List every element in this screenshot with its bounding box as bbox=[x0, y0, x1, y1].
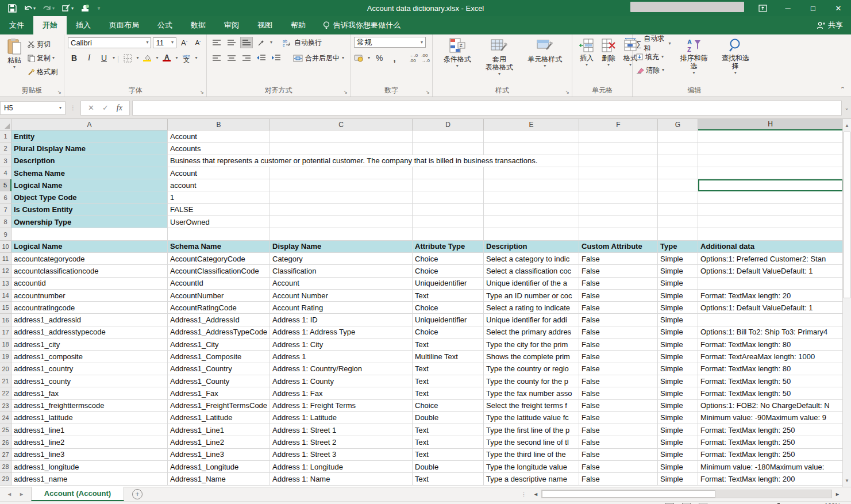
cell-E25[interactable]: Type the first line of the p bbox=[484, 424, 579, 436]
insert-caret[interactable]: ▾ bbox=[586, 63, 588, 67]
cell-D17[interactable]: Choice bbox=[413, 326, 484, 338]
cell-H2[interactable] bbox=[698, 143, 843, 155]
save-icon[interactable] bbox=[6, 3, 19, 14]
cell-G15[interactable]: Simple bbox=[658, 302, 698, 314]
cell-F24[interactable]: False bbox=[579, 412, 658, 424]
tab-data[interactable]: 数据 bbox=[182, 16, 215, 34]
accounting-caret[interactable]: ▾ bbox=[368, 56, 370, 60]
cell-A9[interactable] bbox=[11, 228, 168, 240]
cell-F9[interactable] bbox=[579, 228, 658, 240]
row-header-24[interactable]: 24 bbox=[0, 412, 11, 424]
row-header-15[interactable]: 15 bbox=[0, 302, 11, 314]
cell-A23[interactable]: address1_freighttermscode bbox=[11, 400, 168, 412]
cell-B2[interactable]: Accounts bbox=[168, 143, 270, 155]
paste-caret[interactable]: ▾ bbox=[13, 66, 16, 69]
column-header-F[interactable]: F bbox=[579, 119, 658, 130]
cell-B6[interactable]: 1 bbox=[168, 191, 270, 203]
delete-caret[interactable]: ▾ bbox=[607, 63, 610, 67]
decrease-indent-icon[interactable] bbox=[255, 52, 268, 64]
cell-H24[interactable]: Minimum value: -90Maximum value: 9 bbox=[698, 412, 843, 424]
scroll-up-icon[interactable]: ▲ bbox=[843, 120, 851, 130]
underline-caret[interactable]: ▾ bbox=[113, 56, 115, 60]
cell-E22[interactable]: Type the fax number asso bbox=[484, 387, 579, 399]
align-left-icon[interactable] bbox=[210, 52, 223, 64]
row-header-21[interactable]: 21 bbox=[0, 375, 11, 387]
align-right-icon[interactable] bbox=[240, 52, 253, 64]
wrap-text-label[interactable]: 自动换行 bbox=[294, 38, 322, 48]
sheet-tab-account[interactable]: Account (Account) bbox=[31, 487, 124, 501]
cell-styles-caret[interactable]: ▾ bbox=[544, 64, 546, 68]
cell-D6[interactable] bbox=[413, 191, 484, 203]
cell-B5[interactable]: account bbox=[168, 179, 270, 191]
phonetic-guide-icon[interactable]: wén文 bbox=[180, 52, 192, 64]
cell-G16[interactable]: Simple bbox=[658, 314, 698, 326]
cell-E29[interactable]: Type a descriptive name bbox=[484, 473, 579, 485]
cell-G22[interactable]: Simple bbox=[658, 387, 698, 399]
cell-F12[interactable]: False bbox=[579, 265, 658, 277]
cell-G20[interactable]: Simple bbox=[658, 363, 698, 375]
cell-G27[interactable]: Simple bbox=[658, 449, 698, 461]
cell-E7[interactable] bbox=[484, 204, 579, 216]
cell-C7[interactable] bbox=[270, 204, 413, 216]
cell-D4[interactable] bbox=[413, 167, 484, 179]
cell-E5[interactable] bbox=[484, 179, 579, 191]
vertical-scrollbar[interactable]: ▲ ▼ bbox=[842, 119, 851, 487]
cell-D16[interactable]: Uniqueidentifier bbox=[413, 314, 484, 326]
cell-B1[interactable]: Account bbox=[168, 130, 270, 143]
copy-caret[interactable]: ▾ bbox=[52, 56, 55, 60]
cell-G13[interactable]: Simple bbox=[658, 278, 698, 290]
cell-A24[interactable]: address1_latitude bbox=[11, 412, 168, 424]
cell-D26[interactable]: Text bbox=[413, 436, 484, 448]
cell-F29[interactable]: False bbox=[579, 473, 658, 485]
cell-E15[interactable]: Select a rating to indicate bbox=[484, 302, 579, 314]
cell-F15[interactable]: False bbox=[579, 302, 658, 314]
cell-C21[interactable]: Address 1: County bbox=[270, 375, 413, 387]
cell-B20[interactable]: Address1_Country bbox=[168, 363, 270, 375]
decrease-decimal-icon[interactable]: .00→.0 bbox=[421, 52, 430, 64]
cell-D13[interactable]: Uniqueidentifier bbox=[413, 278, 484, 290]
cell-H1[interactable] bbox=[698, 130, 843, 143]
cell-B10[interactable]: Schema Name bbox=[168, 241, 270, 253]
fill-button[interactable]: 填充 ▾ bbox=[636, 51, 671, 63]
cell-H13[interactable] bbox=[698, 278, 843, 290]
cell-H21[interactable]: Format: TextMax length: 50 bbox=[698, 375, 843, 387]
cell-H26[interactable]: Format: TextMax length: 250 bbox=[698, 436, 843, 448]
cell-H20[interactable]: Format: TextMax length: 80 bbox=[698, 363, 843, 375]
cell-A27[interactable]: address1_line3 bbox=[11, 449, 168, 461]
cell-F8[interactable] bbox=[579, 216, 658, 228]
borders-icon[interactable] bbox=[121, 52, 134, 64]
cell-B15[interactable]: AccountRatingCode bbox=[168, 302, 270, 314]
row-header-23[interactable]: 23 bbox=[0, 400, 11, 412]
column-header-G[interactable]: G bbox=[658, 119, 698, 130]
cell-A16[interactable]: address1_addressid bbox=[11, 314, 168, 326]
copy-button[interactable]: 复制 ▾ bbox=[28, 52, 57, 64]
cell-A13[interactable]: accountid bbox=[11, 278, 168, 290]
formula-bar-splitter[interactable]: ⋮ bbox=[70, 105, 76, 111]
cell-A7[interactable]: Is Custom Entity bbox=[11, 204, 168, 216]
cell-D1[interactable] bbox=[413, 130, 484, 143]
cell-C9[interactable] bbox=[270, 228, 413, 240]
cell-H17[interactable]: Options:1: Bill To2: Ship To3: Primary4 bbox=[698, 326, 843, 338]
clear-caret[interactable]: ▾ bbox=[662, 68, 664, 72]
cell-styles-button[interactable]: 单元格样式 ▾ bbox=[524, 37, 565, 86]
cell-G18[interactable]: Simple bbox=[658, 338, 698, 351]
decrease-font-icon[interactable]: Aˇ bbox=[192, 37, 204, 48]
cell-C24[interactable]: Address 1: Latitude bbox=[270, 412, 413, 424]
new-sheet-button[interactable]: + bbox=[132, 489, 143, 499]
row-header-6[interactable]: 6 bbox=[0, 191, 11, 203]
row-header-12[interactable]: 12 bbox=[0, 265, 11, 277]
cell-H7[interactable] bbox=[698, 204, 843, 216]
row-header-26[interactable]: 26 bbox=[0, 436, 11, 448]
cell-F20[interactable]: False bbox=[579, 363, 658, 375]
cell-D8[interactable] bbox=[413, 216, 484, 228]
bold-button[interactable]: B bbox=[68, 52, 80, 64]
find-select-button[interactable]: 查找和选择 ▾ bbox=[717, 37, 754, 86]
scroll-down-icon[interactable]: ▼ bbox=[843, 475, 851, 486]
row-header-28[interactable]: 28 bbox=[0, 461, 11, 473]
cell-E24[interactable]: Type the latitude value fc bbox=[484, 412, 579, 424]
cell-E1[interactable] bbox=[484, 130, 579, 143]
cell-H19[interactable]: Format: TextAreaMax length: 1000 bbox=[698, 351, 843, 363]
tab-insert[interactable]: 插入 bbox=[67, 16, 100, 34]
cell-G1[interactable] bbox=[658, 130, 698, 143]
cell-A10[interactable]: Logical Name bbox=[11, 241, 168, 253]
